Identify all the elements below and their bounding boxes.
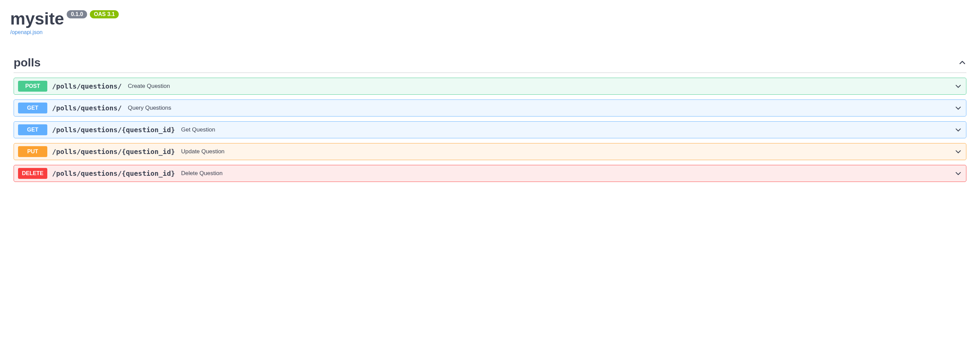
section-header[interactable]: polls (14, 56, 966, 73)
operation-path: /polls/questions/{question_id} (52, 147, 175, 156)
tag-section: polls POST/polls/questions/Create Questi… (10, 56, 970, 182)
operation-row[interactable]: DELETE/polls/questions/{question_id}Dele… (14, 165, 966, 182)
section-title: polls (14, 56, 40, 69)
method-badge: DELETE (18, 168, 47, 179)
method-badge: POST (18, 81, 47, 92)
spec-link[interactable]: /openapi.json (10, 29, 43, 35)
chevron-down-icon (955, 170, 962, 177)
operation-summary: Delete Question (181, 170, 223, 177)
operation-path: /polls/questions/ (52, 82, 122, 90)
chevron-up-icon (958, 59, 966, 67)
operation-path: /polls/questions/{question_id} (52, 169, 175, 177)
operation-path: /polls/questions/{question_id} (52, 126, 175, 134)
operation-row[interactable]: PUT/polls/questions/{question_id}Update … (14, 143, 966, 160)
operation-summary: Update Question (181, 148, 224, 155)
chevron-down-icon (955, 126, 962, 134)
operation-row[interactable]: POST/polls/questions/Create Question (14, 78, 966, 95)
operation-path: /polls/questions/ (52, 104, 122, 112)
operation-row[interactable]: GET/polls/questions/Query Questions (14, 99, 966, 117)
method-badge: GET (18, 125, 47, 135)
version-badge: 0.1.0 (67, 10, 87, 18)
operation-summary: Get Question (181, 126, 215, 133)
method-badge: GET (18, 102, 47, 113)
operation-summary: Create Question (128, 83, 170, 89)
api-title: mysite (10, 10, 64, 27)
api-header: mysite 0.1.0 OAS 3.1 (10, 10, 970, 27)
operation-row[interactable]: GET/polls/questions/{question_id}Get Que… (14, 121, 966, 138)
method-badge: PUT (18, 146, 47, 157)
chevron-down-icon (955, 148, 962, 155)
operation-summary: Query Questions (128, 105, 172, 112)
operation-list: POST/polls/questions/Create QuestionGET/… (14, 78, 966, 182)
oas-badge: OAS 3.1 (90, 10, 119, 18)
chevron-down-icon (955, 83, 962, 90)
chevron-down-icon (955, 104, 962, 112)
